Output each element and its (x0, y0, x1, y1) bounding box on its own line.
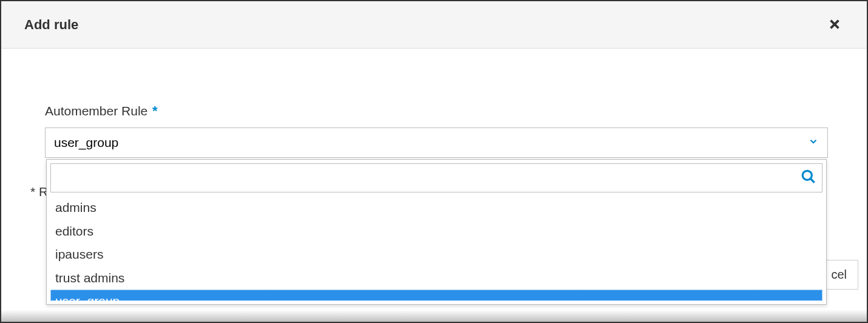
options-list[interactable]: admins editors ipausers trust admins use… (50, 196, 822, 301)
option-item-trust-admins[interactable]: trust admins (50, 267, 822, 290)
add-rule-modal: Add rule * R cel Automember Rule * user_… (1, 1, 867, 322)
combobox-selected-value: user_group (54, 135, 118, 150)
option-item-ipausers[interactable]: ipausers (50, 243, 822, 267)
option-item-editors[interactable]: editors (50, 220, 822, 243)
search-row (50, 163, 822, 192)
search-icon[interactable] (801, 169, 816, 187)
chevron-down-icon (808, 135, 819, 150)
required-note: * R (30, 185, 48, 199)
search-input[interactable] (50, 163, 822, 192)
automember-rule-label: Automember Rule * (45, 103, 823, 119)
automember-rule-combobox: user_group (45, 127, 828, 158)
option-item-user-group[interactable]: user_group (50, 290, 822, 301)
option-item-admins[interactable]: admins (50, 196, 822, 220)
required-star-icon: * (152, 103, 158, 118)
modal-header: Add rule (1, 1, 867, 49)
combobox-dropdown: admins editors ipausers trust admins use… (46, 159, 827, 305)
modal-body: Automember Rule * user_group (1, 49, 867, 158)
field-label-text: Automember Rule (45, 104, 147, 118)
svg-point-0 (802, 171, 812, 180)
close-button[interactable] (826, 16, 844, 34)
svg-line-1 (810, 178, 815, 183)
close-icon (828, 18, 841, 31)
modal-title: Add rule (24, 17, 78, 33)
combobox-selected-display[interactable]: user_group (45, 127, 828, 158)
modal-bottom-shadow (1, 310, 867, 322)
